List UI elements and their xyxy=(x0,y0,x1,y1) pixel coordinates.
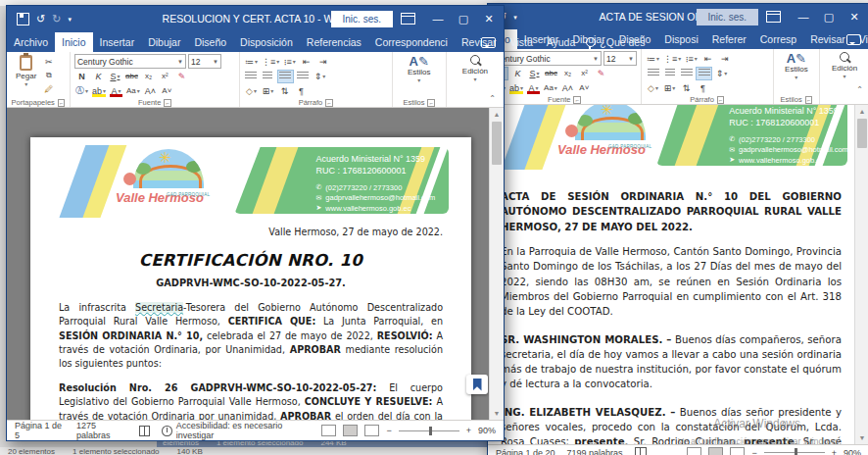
align-center-button[interactable] xyxy=(662,68,677,79)
dialog-launcher-icon[interactable]: ⌐ xyxy=(427,99,435,107)
undo-icon[interactable]: ↺ xyxy=(36,14,45,25)
print-layout-icon[interactable] xyxy=(343,425,358,436)
line-spacing-button[interactable]: ⇕▾ xyxy=(313,71,327,82)
change-case-button[interactable]: Aa▾ xyxy=(125,85,141,97)
dialog-launcher-icon[interactable]: ⌐ xyxy=(164,99,171,107)
tell-me-box[interactable]: ¿Qué des xyxy=(582,36,651,52)
align-right-button[interactable] xyxy=(679,68,694,79)
font-color-button[interactable]: A▾ xyxy=(109,85,123,97)
feedback-chat-icon[interactable] xyxy=(481,37,496,48)
format-painter-icon[interactable]: 🖉 xyxy=(41,83,56,95)
tab-disposicion[interactable]: Disposición xyxy=(233,32,300,52)
show-marks-button[interactable]: ¶ xyxy=(294,85,309,97)
align-left-button[interactable] xyxy=(244,71,259,82)
zoom-in-button[interactable]: + xyxy=(466,426,471,435)
font-size-combo[interactable]: 12▼ xyxy=(188,54,221,69)
strikethrough-button[interactable]: abc xyxy=(544,68,558,79)
styles-button[interactable]: A✎ Estilos▾ xyxy=(778,51,816,81)
font-name-combo[interactable]: Century Gothic▼ xyxy=(74,54,186,69)
tab-referencias[interactable]: Referencias xyxy=(300,32,368,52)
justify-button[interactable] xyxy=(296,71,311,82)
document-area[interactable]: ✳ Valle Hermoso GAD PARROQUIAL xyxy=(488,105,868,444)
tab-archivo[interactable]: Archivo xyxy=(7,32,55,52)
close-button[interactable]: ✕ xyxy=(842,4,868,29)
vertical-scrollbar[interactable]: ▲ ▼ xyxy=(854,105,868,444)
paste-button[interactable]: Pegar▾ xyxy=(11,54,41,95)
web-layout-icon[interactable] xyxy=(730,447,745,455)
editing-button[interactable]: Edición▾ xyxy=(824,51,865,80)
ribbon-display-options-icon[interactable] xyxy=(401,13,415,25)
scroll-down-icon[interactable]: ▼ xyxy=(855,431,868,444)
scrollbar-thumb[interactable] xyxy=(492,122,502,165)
bold-button[interactable]: N xyxy=(74,71,89,82)
sign-in-button[interactable]: Inic. ses. xyxy=(697,9,758,25)
document-page[interactable]: ✳ Valle Hermoso GAD PARROQUIAL xyxy=(30,137,471,420)
cut-icon[interactable]: ✂ xyxy=(41,56,56,68)
maximize-button[interactable]: ▢ xyxy=(451,6,476,31)
sort-button[interactable]: ⇅ xyxy=(277,85,292,97)
shading-button[interactable]: ◇▾ xyxy=(646,82,660,94)
borders-button[interactable]: ⊞▾ xyxy=(662,82,677,94)
numbering-button[interactable]: ⋮≡▾ xyxy=(261,56,280,68)
read-mode-icon[interactable] xyxy=(687,447,701,455)
sign-in-button[interactable]: Inic. ses. xyxy=(331,11,393,27)
close-button[interactable]: ✕ xyxy=(476,6,504,31)
borders-button[interactable]: ⊞▾ xyxy=(261,85,275,97)
strikethrough-button[interactable]: abc xyxy=(124,71,139,82)
superscript-button[interactable]: x² xyxy=(577,68,592,79)
grow-font-button[interactable]: A˄ xyxy=(143,85,158,97)
numbering-button[interactable]: ⋮≡▾ xyxy=(662,53,682,65)
align-right-button[interactable] xyxy=(277,70,294,83)
word-count[interactable]: 1275 palabras xyxy=(76,421,127,440)
shrink-font-button[interactable]: A˅ xyxy=(577,82,592,94)
document-area[interactable]: ✳ Valle Hermoso GAD PARROQUIAL xyxy=(7,108,504,420)
bullets-button[interactable]: ≔▾ xyxy=(646,53,660,65)
collapse-ribbon-icon[interactable]: ⌃ xyxy=(489,94,496,103)
tab-referencias[interactable]: Referer xyxy=(705,29,753,49)
dialog-launcher-icon[interactable]: ⌐ xyxy=(58,99,66,107)
scroll-up-icon[interactable]: ▲ xyxy=(855,105,868,118)
change-case-button[interactable]: Aa▾ xyxy=(543,82,558,94)
minimize-button[interactable]: — xyxy=(425,6,451,31)
maximize-button[interactable]: ▢ xyxy=(816,4,842,29)
zoom-level[interactable]: 90% xyxy=(478,426,496,435)
show-marks-button[interactable]: ¶ xyxy=(696,82,710,94)
collapse-ribbon-icon[interactable]: ⌃ xyxy=(856,85,863,94)
multilevel-list-button[interactable]: ⁝≡▾ xyxy=(684,53,699,65)
clear-format-icon[interactable]: ✎ xyxy=(174,71,189,82)
print-layout-icon[interactable] xyxy=(708,447,723,455)
zoom-out-button[interactable]: − xyxy=(386,426,391,435)
tab-correspondencia[interactable]: Corresp xyxy=(753,29,803,49)
highlight-color-button[interactable]: ab▾ xyxy=(508,82,524,94)
scrollbar-thumb[interactable] xyxy=(857,119,867,148)
multilevel-list-button[interactable]: ⁝≡▾ xyxy=(282,56,297,68)
italic-button[interactable]: K xyxy=(91,71,106,82)
subscript-button[interactable]: x₂ xyxy=(141,71,156,82)
font-name-combo[interactable]: Century Gothic▼ xyxy=(492,51,602,66)
titlebar[interactable]: ↺ ↻ ▾ RESOLUCION Y CERT. ACTA 10 - Word … xyxy=(7,6,504,31)
decrease-indent-button[interactable]: ⇤ xyxy=(700,53,715,65)
tab-correspondencia[interactable]: Correspondenci xyxy=(368,32,455,52)
scroll-down-icon[interactable]: ▼ xyxy=(490,407,504,420)
document-page[interactable]: ✳ Valle Hermoso GAD PARROQUIAL xyxy=(488,105,855,444)
zoom-level[interactable]: 90% xyxy=(844,448,861,455)
word-count[interactable]: 7199 palabras xyxy=(567,448,623,455)
zoom-slider[interactable] xyxy=(764,452,825,453)
tab-ayuda[interactable]: Ayuda xyxy=(540,32,583,52)
justify-button[interactable] xyxy=(696,67,712,80)
vertical-scrollbar[interactable]: ▲ ▼ xyxy=(489,108,504,420)
dialog-launcher-icon[interactable]: ⌐ xyxy=(805,96,813,104)
page-indicator[interactable]: Página 1 de 5 xyxy=(15,421,65,440)
scroll-up-icon[interactable]: ▲ xyxy=(490,108,504,121)
shrink-font-button[interactable]: A˅ xyxy=(160,85,174,97)
zoom-slider[interactable] xyxy=(399,430,459,431)
italic-button[interactable]: K xyxy=(510,68,525,79)
zoom-out-button[interactable]: − xyxy=(751,448,756,455)
increase-indent-button[interactable]: ⇥ xyxy=(717,53,732,65)
tab-disposicion[interactable]: Disposi xyxy=(657,29,704,49)
feedback-chat-icon[interactable] xyxy=(846,34,861,45)
clear-format-icon[interactable]: ✎ xyxy=(594,68,608,79)
superscript-button[interactable]: x² xyxy=(158,71,172,82)
save-icon[interactable] xyxy=(17,13,29,25)
tab-revisar[interactable]: Revisar xyxy=(803,29,852,49)
